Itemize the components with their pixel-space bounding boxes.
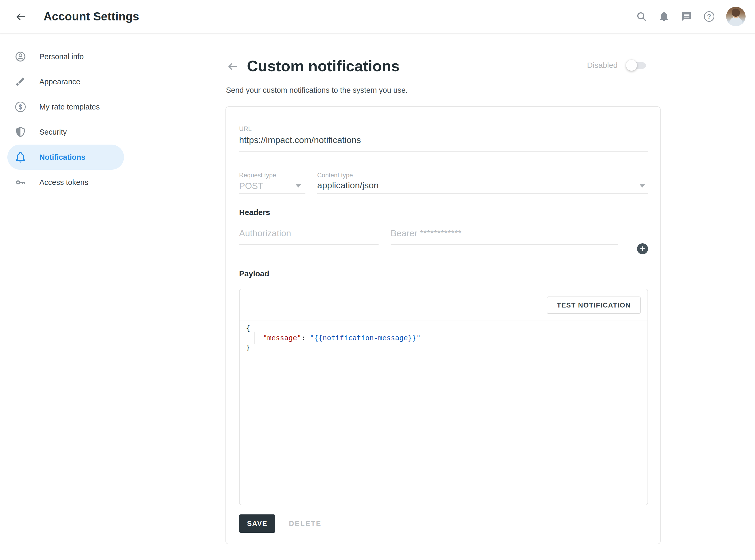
code-value-token: "{{notification-message}}" — [310, 334, 421, 342]
indent-guide — [254, 332, 255, 344]
shield-icon — [15, 126, 26, 138]
header-key-input[interactable] — [239, 222, 379, 245]
plus-icon: + — [640, 244, 645, 254]
test-notification-button[interactable]: TEST NOTIFICATION — [547, 297, 641, 314]
toggle-knob[interactable] — [626, 60, 637, 71]
url-label: URL — [239, 125, 252, 133]
code-close-brace: } — [246, 343, 250, 352]
header-value-input[interactable] — [391, 222, 618, 245]
sidebar-item-label: Personal info — [39, 53, 84, 61]
sidebar-item-access-tokens[interactable]: Access tokens — [7, 170, 124, 195]
headers-section-title: Headers — [239, 208, 270, 217]
sidebar-item-label: My rate templates — [39, 103, 100, 111]
code-open-brace: { — [246, 324, 250, 332]
url-input[interactable] — [239, 133, 648, 147]
request-type-underline — [239, 193, 305, 194]
bell-icon — [15, 152, 26, 163]
enable-toggle-switch[interactable] — [627, 62, 646, 69]
back-arrow-icon[interactable] — [15, 11, 27, 22]
sidebar-item-personal-info[interactable]: Personal info — [7, 44, 124, 69]
dollar-glyph: $ — [19, 103, 22, 111]
account-settings-page: Account Settings ? — [0, 0, 755, 560]
payload-section-title: Payload — [239, 269, 269, 278]
sidebar-item-notifications[interactable]: Notifications — [7, 145, 124, 170]
toggle-state-label: Disabled — [587, 61, 618, 70]
payload-code-editor[interactable]: { "message": "{{notification-message}}" … — [246, 323, 645, 503]
app-title: Account Settings — [43, 0, 139, 33]
content-type-label: Content type — [317, 172, 353, 179]
dollar-icon: $ — [15, 101, 26, 113]
code-colon-token: : — [301, 334, 310, 342]
chevron-down-icon — [296, 184, 301, 187]
sidebar-item-label: Notifications — [39, 153, 85, 162]
sidebar-item-security[interactable]: Security — [7, 119, 124, 145]
sidebar-item-label: Appearance — [39, 78, 80, 86]
top-app-bar: Account Settings ? — [0, 0, 755, 34]
help-icon[interactable]: ? — [704, 11, 715, 22]
notification-settings-card: URL Request type POST Content type appli… — [226, 106, 661, 544]
sidebar-item-appearance[interactable]: Appearance — [7, 69, 124, 94]
chat-icon[interactable] — [681, 11, 692, 22]
person-icon — [15, 51, 26, 62]
content-type-select[interactable]: application/json — [317, 180, 379, 191]
enable-toggle-row: Disabled — [587, 61, 646, 70]
url-underline — [239, 152, 648, 152]
sidebar-item-label: Security — [39, 128, 67, 137]
request-type-select[interactable]: POST — [239, 181, 264, 191]
sidebar-item-label: Access tokens — [39, 178, 88, 187]
sidebar-item-my-rate-templates[interactable]: $ My rate templates — [7, 94, 124, 119]
help-glyph: ? — [707, 13, 711, 21]
settings-sidebar: Personal info Appearance $ My rate templ… — [7, 44, 124, 195]
payload-toolbar-divider — [239, 321, 647, 321]
save-button[interactable]: SAVE — [239, 515, 275, 533]
topbar-actions: ? — [636, 0, 746, 33]
custom-notifications-panel: Custom notifications Disabled Send your … — [226, 34, 661, 560]
chevron-down-icon — [640, 184, 645, 187]
payload-editor: TEST NOTIFICATION { "message": "{{notifi… — [239, 288, 648, 505]
user-avatar[interactable] — [726, 7, 746, 26]
content-type-underline — [317, 193, 648, 194]
page-title: Custom notifications — [247, 57, 400, 75]
brush-icon — [15, 76, 26, 87]
page-subtitle: Send your custom notifications to the sy… — [226, 86, 408, 95]
request-type-label: Request type — [239, 172, 276, 179]
key-icon — [15, 177, 26, 188]
page-back-arrow-icon[interactable] — [227, 61, 238, 72]
search-icon[interactable] — [636, 11, 647, 22]
delete-button[interactable]: DELETE — [283, 515, 328, 533]
code-key-token: "message" — [263, 334, 301, 342]
add-header-button[interactable]: + — [637, 243, 648, 254]
notifications-bell-icon[interactable] — [659, 11, 670, 22]
